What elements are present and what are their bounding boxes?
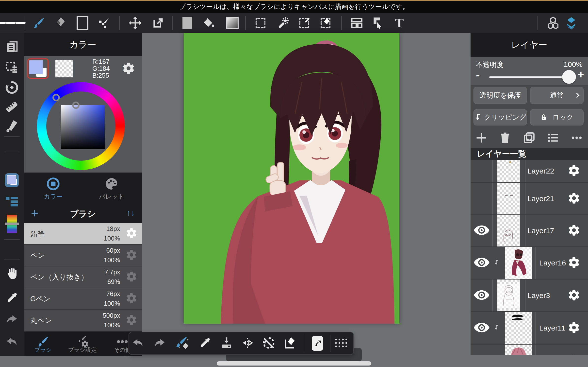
text-tool-icon[interactable]: T xyxy=(395,16,404,30)
save-icon[interactable] xyxy=(220,336,233,350)
clipping-button[interactable]: クリッピング xyxy=(474,109,527,125)
tab-color[interactable]: カラー xyxy=(33,173,73,205)
layer-gear-icon[interactable] xyxy=(568,354,580,355)
more-options-icon[interactable] xyxy=(570,131,583,145)
layers-panel-toggle-icon[interactable] xyxy=(564,16,578,30)
brush-strokes-icon[interactable] xyxy=(5,194,19,210)
opacity-plus-button[interactable]: + xyxy=(578,69,584,81)
redo-icon[interactable] xyxy=(153,336,166,350)
brush-row[interactable]: Gペン 76px 100% xyxy=(24,288,142,309)
layer-row[interactable]: Layer11 xyxy=(471,312,588,344)
layer-visibility-eye-icon[interactable] xyxy=(474,225,490,236)
brush-row[interactable]: 丸ペン 500px 100% xyxy=(24,310,142,331)
saturation-value-square[interactable] xyxy=(61,105,105,149)
select-rect-tool-icon[interactable] xyxy=(256,18,265,28)
rainbow-colorbar-icon[interactable] xyxy=(7,215,17,233)
dot-pen-tool-icon[interactable] xyxy=(98,16,111,30)
shape-tool-icon[interactable] xyxy=(77,16,88,30)
layer-gear-icon[interactable] xyxy=(568,224,580,238)
rotate-reset-icon[interactable] xyxy=(262,336,275,350)
layer-gear-icon[interactable] xyxy=(568,164,580,178)
brush-eraser-toggle-icon[interactable] xyxy=(174,335,190,352)
foreground-color-swatch[interactable] xyxy=(27,58,49,79)
brush-settings-gear-icon[interactable] xyxy=(126,227,137,240)
quick-menu-button[interactable] xyxy=(312,336,323,351)
flip-horizontal-icon[interactable] xyxy=(241,336,254,350)
opacity-minus-button[interactable]: - xyxy=(476,68,480,81)
hand-tool-icon[interactable] xyxy=(5,266,19,281)
transparent-color-swatch[interactable] xyxy=(55,60,73,77)
layer-visibility-eye-icon[interactable] xyxy=(474,257,490,269)
drawing-canvas[interactable] xyxy=(184,33,399,324)
brush-tool-icon[interactable] xyxy=(32,16,46,30)
tab-palette[interactable]: パレット xyxy=(92,173,131,205)
tab-brush-settings[interactable]: ブラシ設定 xyxy=(64,332,101,356)
current-colors-button[interactable] xyxy=(5,173,19,187)
add-brush-button[interactable]: + xyxy=(29,205,40,222)
layer-row[interactable]: Layer1 xyxy=(471,345,588,355)
brush-settings-gear-icon[interactable] xyxy=(126,292,137,305)
select-pen-tool-icon[interactable] xyxy=(299,18,309,28)
layer-row[interactable]: Layer21 xyxy=(471,183,588,214)
rotate-canvas-icon[interactable] xyxy=(5,80,19,96)
layer-row[interactable]: Layer17 xyxy=(471,215,588,246)
gradient-tool-icon[interactable] xyxy=(226,17,239,29)
menu-icon[interactable] xyxy=(0,21,26,25)
undo-icon[interactable] xyxy=(5,335,18,349)
foreground-swatch-icon[interactable] xyxy=(182,17,192,29)
blend-mode-button[interactable]: 通常 xyxy=(530,87,584,104)
ruler-icon[interactable] xyxy=(5,100,19,115)
brush-settings-gear-icon[interactable] xyxy=(126,271,137,283)
opacity-slider-knob[interactable] xyxy=(562,70,576,84)
operation-tool-icon[interactable] xyxy=(372,17,384,29)
magic-wand-tool-icon[interactable] xyxy=(277,16,290,30)
selection-list-icon[interactable] xyxy=(5,59,19,75)
sv-selector[interactable] xyxy=(72,102,80,109)
tab-brush[interactable]: ブラシ xyxy=(25,332,62,356)
layer-visibility-eye-icon[interactable] xyxy=(474,322,490,334)
eyedropper-icon[interactable] xyxy=(199,337,211,350)
panel-divide-tool-icon[interactable] xyxy=(350,16,363,30)
color-settings-gear-icon[interactable] xyxy=(122,62,135,76)
add-layer-icon[interactable] xyxy=(475,131,488,145)
brush-settings-gear-icon[interactable] xyxy=(126,314,137,327)
layer-visibility-eye-icon[interactable] xyxy=(474,290,490,301)
eraser-tool-icon[interactable] xyxy=(54,16,67,30)
layer-row[interactable]: Layer22 xyxy=(471,160,588,182)
undo-icon[interactable] xyxy=(131,336,144,350)
layer-gear-icon[interactable] xyxy=(568,321,580,335)
opacity-value: 100% xyxy=(564,60,583,69)
material-3d-icon[interactable] xyxy=(546,16,560,30)
brush-row[interactable]: 鉛筆 18px 100% xyxy=(24,223,142,244)
pages-icon[interactable] xyxy=(5,40,19,55)
delete-layer-icon[interactable] xyxy=(499,132,511,145)
drag-handle-icon[interactable] xyxy=(335,339,348,348)
hue-selector[interactable] xyxy=(52,94,60,101)
brush-row[interactable]: ペン（入り抜き） 7.7px 69% xyxy=(24,266,142,288)
layer-gear-icon[interactable] xyxy=(568,289,580,302)
redo-icon[interactable] xyxy=(5,313,18,327)
duplicate-layer-icon[interactable] xyxy=(523,131,536,145)
eyedropper-icon[interactable] xyxy=(6,292,18,305)
brush-settings-gear-icon[interactable] xyxy=(126,249,137,262)
layer-row[interactable]: Layer16 xyxy=(471,247,588,279)
brush-sort-icon[interactable]: ↑↓ xyxy=(127,208,135,218)
layer-gear-icon[interactable] xyxy=(568,192,580,206)
layer-gear-icon[interactable] xyxy=(568,256,580,270)
lock-button[interactable]: ロック xyxy=(530,109,584,125)
layer-row[interactable]: Layer3 xyxy=(471,280,588,311)
opacity-slider-track[interactable] xyxy=(489,76,572,78)
clear-layer-icon[interactable] xyxy=(283,336,297,350)
layer-list-icon[interactable] xyxy=(547,131,559,145)
move-tool-icon[interactable] xyxy=(128,16,142,30)
material-tube-icon[interactable] xyxy=(5,119,19,134)
select-eraser-tool-icon[interactable] xyxy=(321,18,330,28)
bucket-tool-icon[interactable] xyxy=(202,16,215,30)
transform-tool-icon[interactable] xyxy=(151,16,165,30)
brush-size: 7.7px xyxy=(104,268,120,276)
home-indicator[interactable] xyxy=(217,361,371,366)
layer-list-header: レイヤー一覧 xyxy=(471,148,588,160)
protect-alpha-button[interactable]: 透明度を保護 xyxy=(474,87,527,104)
layer-name: Layer16 xyxy=(539,259,567,267)
brush-row[interactable]: ペン 60px 100% xyxy=(24,245,142,266)
